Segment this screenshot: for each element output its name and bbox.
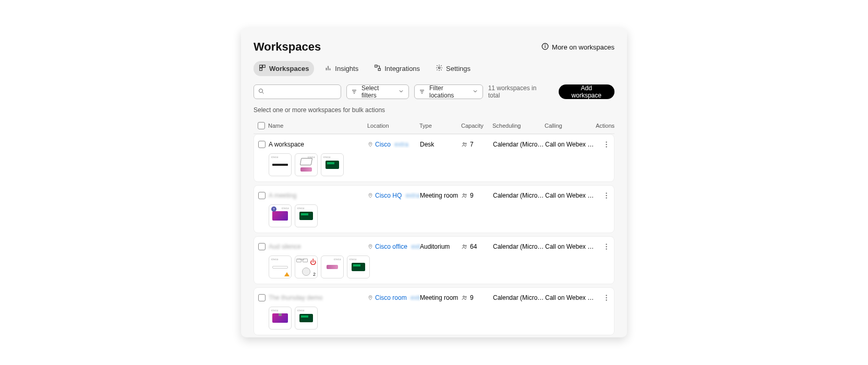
location-extra: extra — [409, 294, 420, 301]
svg-rect-4 — [263, 65, 266, 68]
row-calling: Call on Webex (1:1… — [545, 192, 594, 199]
location-link[interactable]: Cisco office — [375, 243, 407, 250]
select-all-checkbox[interactable] — [258, 122, 265, 129]
row-checkbox[interactable] — [258, 141, 266, 148]
row-calling: Call on Webex (1:1… — [545, 294, 594, 301]
svg-point-26 — [370, 194, 371, 196]
filter-locations-dropdown[interactable]: Filter locations — [414, 84, 483, 99]
device-thumb[interactable]: cisco — [347, 256, 370, 278]
device-thumb[interactable]: cisco⏻2 — [295, 256, 318, 278]
location-link[interactable]: Cisco — [375, 141, 391, 148]
dropdown-label: Filter locations — [429, 84, 468, 99]
svg-rect-5 — [260, 68, 262, 71]
device-thumb[interactable]: cisco — [295, 307, 318, 330]
capacity-value: 7 — [470, 141, 474, 148]
row-type: Meeting room — [420, 192, 462, 199]
capacity-value: 9 — [470, 294, 474, 301]
device-thumbnails: ciscocisco — [269, 307, 614, 330]
row-actions-menu[interactable] — [601, 293, 611, 302]
svg-point-22 — [465, 143, 467, 144]
filter-icon — [419, 89, 425, 95]
svg-point-42 — [606, 297, 607, 298]
row-capacity: 64 — [462, 243, 493, 250]
svg-point-43 — [606, 299, 607, 300]
svg-point-30 — [606, 195, 607, 196]
integrations-icon — [374, 64, 381, 73]
insights-icon — [324, 64, 332, 73]
row-type: Meeting room — [420, 294, 462, 301]
capacity-value: 9 — [470, 192, 474, 199]
dropdown-label: Select filters — [361, 84, 394, 99]
device-thumbnails: ciscoTcisco — [269, 204, 614, 227]
tabs: Workspaces Insights Integrations Setting… — [254, 61, 614, 76]
device-thumb[interactable]: cisco — [269, 307, 292, 330]
svg-point-36 — [606, 246, 607, 247]
device-thumb[interactable]: ciscoT — [269, 204, 292, 227]
row-scheduling: Calendar (Microsoft) — [493, 294, 545, 301]
table-row[interactable]: The thursday demoCisco room extraMeeting… — [254, 287, 614, 335]
col-type: Type — [419, 123, 461, 129]
table-row[interactable]: Aud silenceCisco office extraAuditorium6… — [254, 236, 614, 284]
tab-label: Workspaces — [269, 65, 309, 72]
row-checkbox[interactable] — [258, 294, 266, 301]
svg-rect-3 — [260, 65, 262, 68]
device-thumb[interactable]: cisco — [295, 204, 318, 227]
location-link[interactable]: Cisco HQ — [375, 192, 402, 199]
tab-workspaces[interactable]: Workspaces — [254, 61, 314, 76]
svg-point-33 — [463, 245, 465, 247]
row-name[interactable]: The thursday demo — [269, 294, 368, 301]
svg-point-35 — [606, 244, 607, 245]
workspaces-count: 11 workspaces in total — [488, 84, 548, 99]
row-actions-menu[interactable] — [601, 242, 611, 251]
row-capacity: 9 — [462, 294, 493, 301]
tab-insights[interactable]: Insights — [319, 61, 364, 76]
device-thumbnails: ciscociscocisco — [269, 153, 614, 176]
device-thumb[interactable]: cisco — [321, 153, 344, 176]
tab-label: Insights — [335, 65, 358, 72]
row-name[interactable]: A workspace — [269, 141, 368, 148]
svg-point-39 — [463, 296, 465, 298]
device-thumb[interactable]: cisco — [269, 256, 292, 278]
search-input[interactable] — [268, 88, 336, 95]
svg-point-41 — [606, 295, 607, 296]
more-on-workspaces-link[interactable]: More on workspaces — [541, 43, 614, 52]
svg-point-40 — [465, 296, 467, 298]
location-link[interactable]: Cisco room — [375, 294, 407, 301]
row-name[interactable]: Aud silence — [269, 243, 368, 250]
table-row[interactable]: A meetingCisco HQ extraMeeting room9Cale… — [254, 185, 614, 233]
row-location: Cisco HQ extra — [368, 192, 420, 199]
row-actions-menu[interactable] — [601, 191, 611, 200]
tab-label: Integrations — [384, 65, 420, 72]
tab-integrations[interactable]: Integrations — [369, 61, 425, 76]
svg-rect-10 — [378, 68, 380, 70]
tab-settings[interactable]: Settings — [430, 61, 476, 76]
device-thumb[interactable]: cisco — [321, 256, 344, 278]
add-workspace-button[interactable]: Add workspace — [559, 84, 614, 99]
info-icon — [541, 43, 549, 52]
device-thumbnails: ciscocisco⏻2ciscocisco — [269, 256, 614, 278]
col-location: Location — [367, 123, 419, 129]
svg-point-27 — [463, 194, 465, 196]
row-type: Desk — [420, 141, 462, 148]
search-input-wrapper[interactable] — [254, 84, 341, 99]
row-actions-menu[interactable] — [601, 140, 611, 149]
row-location: Cisco office extra — [368, 243, 420, 250]
search-icon — [258, 87, 264, 96]
row-checkbox[interactable] — [258, 243, 266, 250]
row-name[interactable]: A meeting — [269, 192, 368, 199]
svg-point-25 — [606, 146, 607, 147]
table-row[interactable]: A workspaceCisco extraDesk7Calendar (Mic… — [254, 134, 614, 182]
row-scheduling: Calendar (Microsoft) — [493, 243, 545, 250]
svg-point-11 — [438, 67, 440, 69]
workspaces-panel: Workspaces More on workspaces Workspaces… — [241, 28, 627, 337]
device-thumb[interactable]: cisco — [295, 153, 318, 176]
workspaces-icon — [259, 64, 266, 73]
row-scheduling: Calendar (Microsoft) — [493, 192, 545, 199]
row-checkbox[interactable] — [258, 192, 266, 199]
svg-rect-9 — [375, 65, 377, 67]
table-header: Name Location Type Capacity Scheduling C… — [254, 118, 614, 134]
select-filters-dropdown[interactable]: Select filters — [346, 84, 409, 99]
col-name: Name — [268, 123, 367, 129]
row-capacity: 9 — [462, 192, 493, 199]
device-thumb[interactable]: cisco — [269, 153, 292, 176]
